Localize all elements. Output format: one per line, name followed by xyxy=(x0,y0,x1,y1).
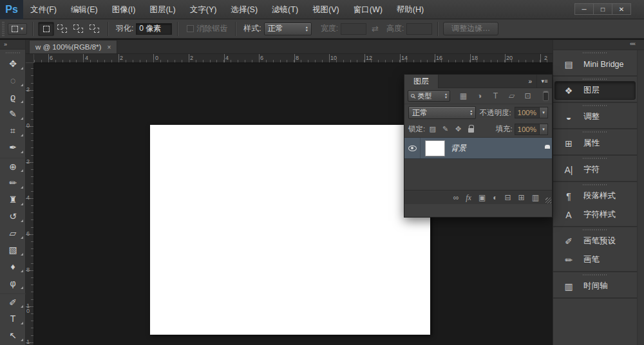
spot-healing-tool[interactable]: ⊕ xyxy=(0,158,26,174)
tab-close-icon[interactable]: × xyxy=(107,44,111,51)
dock-item-brush-presets[interactable]: ✐ 画笔预设 xyxy=(554,232,636,250)
filter-adjustment-layers-icon[interactable]: ◑ xyxy=(473,91,486,100)
dock-item-character-styles[interactable]: A 字符样式 xyxy=(554,205,636,224)
blend-mode-dropdown[interactable]: 正常 ▴▾ xyxy=(408,106,476,119)
panel-collapse-icon[interactable]: » xyxy=(523,78,536,85)
panel-resize-grip[interactable] xyxy=(545,198,551,203)
gradient-tool[interactable]: ▧ xyxy=(0,241,26,258)
menu-layer[interactable]: 图层(L) xyxy=(142,0,182,19)
menu-view[interactable]: 视图(V) xyxy=(305,0,346,19)
dock-item-mini-bridge[interactable]: ▤ Mini Bridge xyxy=(554,55,636,73)
add-selection-icon xyxy=(57,24,67,33)
clone-stamp-tool[interactable]: ♜ xyxy=(0,191,26,208)
delete-layer-icon[interactable]: ▥ xyxy=(532,194,539,201)
new-group-icon[interactable]: ⊟ xyxy=(505,194,511,201)
toolbar-collapse-button[interactable]: » xyxy=(0,40,25,50)
link-layers-icon[interactable]: ∞ xyxy=(453,194,459,201)
dock-item-adjustments[interactable]: ◒ 调整 xyxy=(554,107,636,126)
filter-toggle-switch[interactable] xyxy=(543,91,549,101)
document-tab[interactable]: w @ 100%(RGB/8*) × xyxy=(29,40,117,53)
options-bar-grip[interactable] xyxy=(2,22,5,36)
panel-menu-icon[interactable]: ▾≡ xyxy=(536,75,552,88)
dock-item-label: 图层 xyxy=(583,85,600,96)
type-tool-icon: T xyxy=(10,313,16,324)
filter-smart-objects-icon[interactable]: ⊡ xyxy=(521,91,535,100)
filter-pixel-layers-icon[interactable]: ▦ xyxy=(457,91,470,100)
dock-item-paragraph-styles[interactable]: ¶ 段落样式 xyxy=(554,187,636,205)
dock-item-character[interactable]: A| 字符 xyxy=(554,160,636,179)
lock-paint-button[interactable]: ✎ xyxy=(440,124,451,135)
dock-collapse-icon[interactable]: «« xyxy=(630,41,635,47)
add-mask-icon[interactable]: ▣ xyxy=(478,194,486,201)
move-tool[interactable]: ✥ xyxy=(0,55,26,72)
brush-tool[interactable]: ✏ xyxy=(0,174,26,191)
dock-item-timeline[interactable]: ▥ 时间轴 xyxy=(554,277,636,295)
dock-header: «« xyxy=(553,40,644,50)
minimize-button[interactable]: ─ xyxy=(574,3,594,15)
dock-item-label: 画笔 xyxy=(583,254,600,265)
intersect-selection-button[interactable] xyxy=(86,22,102,36)
layer-row-background[interactable]: 背景 xyxy=(404,138,552,159)
fill-field[interactable]: 100% ▾ xyxy=(515,124,548,135)
type-tool[interactable]: T xyxy=(0,310,26,327)
brush-presets-icon: ✐ xyxy=(562,236,575,247)
feather-input[interactable]: 0 像素 xyxy=(136,23,172,35)
dodge-tool[interactable]: φ xyxy=(0,275,26,292)
blur-tool[interactable]: ♦ xyxy=(0,258,26,275)
dock-item-label: 时间轴 xyxy=(583,281,608,292)
opacity-field[interactable]: 100% ▾ xyxy=(515,107,548,118)
quick-selection-tool[interactable]: ✎ xyxy=(0,106,26,122)
close-button[interactable]: ✕ xyxy=(612,3,631,15)
menu-select[interactable]: 选择(S) xyxy=(223,0,265,19)
swap-dimensions-icon[interactable]: ⇄ xyxy=(372,24,379,33)
divider xyxy=(437,22,438,36)
menu-filter[interactable]: 滤镜(T) xyxy=(265,0,305,19)
menu-file[interactable]: 文件(F) xyxy=(23,0,64,19)
menu-help[interactable]: 帮助(H) xyxy=(390,0,431,19)
style-dropdown[interactable]: 正常 ▴▾ xyxy=(264,23,312,35)
chevron-down-icon[interactable]: ▾ xyxy=(539,124,547,135)
lasso-tool[interactable]: ϱ xyxy=(0,89,26,106)
eyedropper-tool[interactable]: ✒ xyxy=(0,139,26,156)
new-selection-button[interactable] xyxy=(38,22,54,36)
subtract-selection-button[interactable] xyxy=(70,22,86,36)
new-layer-icon[interactable]: ⊞ xyxy=(518,194,525,201)
menu-window[interactable]: 窗口(W) xyxy=(346,0,390,19)
height-input[interactable] xyxy=(406,23,432,35)
lock-move-button[interactable]: ✥ xyxy=(453,124,464,135)
filter-shape-layers-icon[interactable]: ▱ xyxy=(505,91,518,100)
layer-thumbnail[interactable] xyxy=(425,140,445,156)
filter-type-dropdown[interactable]: ⚲ 类型 ▴▾ xyxy=(408,90,450,102)
layers-tab[interactable]: 图层 xyxy=(404,75,439,88)
dock-item-layers[interactable]: ❖ 图层 xyxy=(554,81,636,100)
eraser-tool[interactable]: ▱ xyxy=(0,225,26,241)
width-input[interactable] xyxy=(341,23,366,35)
antialias-checkbox[interactable] xyxy=(187,25,194,32)
history-brush-tool[interactable]: ↺ xyxy=(0,208,26,225)
pen-tool[interactable]: ✐ xyxy=(0,294,26,310)
dock-item-label: 调整 xyxy=(583,111,600,122)
toolbar-grip[interactable] xyxy=(0,50,25,55)
crop-tool[interactable]: ⌗ xyxy=(0,122,26,139)
maximize-button[interactable]: □ xyxy=(593,3,612,15)
tool-preset-button[interactable]: ▾ xyxy=(8,23,27,35)
menu-edit[interactable]: 编辑(E) xyxy=(64,0,105,19)
path-selection-tool[interactable]: ↖ xyxy=(0,327,26,344)
ruler-tick-label: 16 xyxy=(435,55,442,61)
dock-item-properties[interactable]: ⊞ 属性 xyxy=(554,134,636,153)
canvas[interactable] xyxy=(150,125,430,335)
dock-item-brush[interactable]: ✏ 画笔 xyxy=(554,250,636,269)
lock-all-button[interactable] xyxy=(466,124,477,135)
new-adjustment-icon[interactable]: ◐ xyxy=(493,194,497,201)
filter-type-layers-icon[interactable]: T xyxy=(489,91,502,100)
menu-type[interactable]: 文字(Y) xyxy=(183,0,224,19)
lock-transparency-button[interactable]: ▨ xyxy=(427,124,438,135)
add-selection-button[interactable] xyxy=(54,22,70,36)
layer-effects-icon[interactable]: fx xyxy=(466,194,471,201)
refine-edge-button[interactable]: 调整边缘… xyxy=(443,22,498,35)
marquee-tool[interactable]: ◌ xyxy=(0,72,26,89)
layer-visibility-cell[interactable] xyxy=(404,138,421,158)
menu-image[interactable]: 图像(I) xyxy=(105,0,143,19)
chevron-down-icon[interactable]: ▾ xyxy=(539,107,547,118)
ruler-tick-label: 4 xyxy=(84,55,88,61)
